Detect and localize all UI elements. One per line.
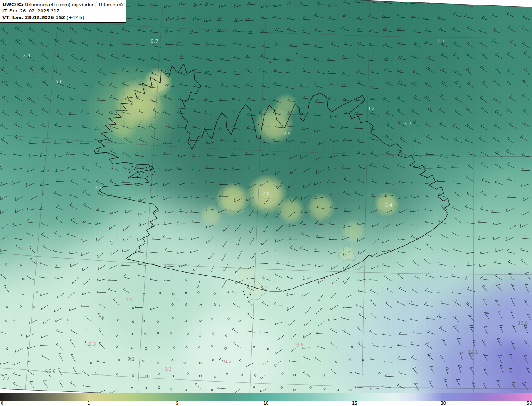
colorbar-tick: 1 — [87, 401, 90, 406]
colorbar-tick: 5 — [176, 401, 178, 406]
colorbar: 01510153050 — [0, 393, 532, 406]
colorbar-tick: 15 — [352, 401, 357, 406]
colorbar-gradient — [0, 393, 532, 401]
init-time-line: IT: Fim. 26. 02. 2026 21Z — [2, 8, 123, 14]
precipitation-wind-map — [0, 0, 532, 393]
weather-map-stage: UWC/IG: Úrkomumætti (mm) og vindur í 100… — [0, 0, 532, 406]
valid-offset: (+42 h) — [65, 15, 84, 20]
valid-time: VT: Lau. 28.02.2026 15Z — [2, 15, 65, 20]
map-info-box: UWC/IG: Úrkomumætti (mm) og vindur í 100… — [0, 0, 126, 23]
map-title-line: UWC/IG: Úrkomumætti (mm) og vindur í 100… — [2, 2, 123, 8]
colorbar-tick: 10 — [264, 401, 269, 406]
colorbar-ticks: 01510153050 — [0, 401, 532, 406]
valid-time-line: VT: Lau. 28.02.2026 15Z (+42 h) — [2, 15, 123, 21]
colorbar-tick: 0 — [1, 401, 3, 406]
map-title: Úrkomumætti (mm) og vindur í 100m hæð — [24, 2, 123, 7]
colorbar-tick: 50 — [527, 401, 532, 406]
model-id: UWC/IG: — [2, 2, 24, 7]
colorbar-tick: 30 — [441, 401, 446, 406]
